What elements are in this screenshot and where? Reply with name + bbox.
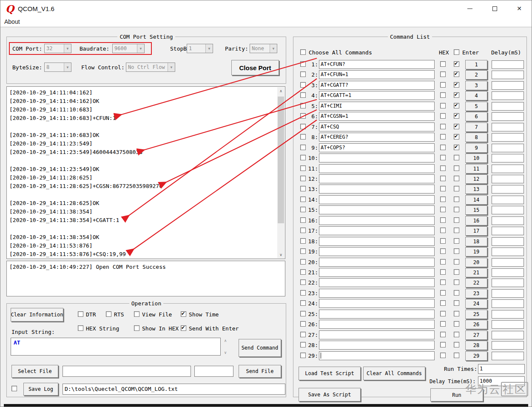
command-delay-input[interactable] <box>492 341 524 350</box>
chevron-down-icon[interactable]: ▼ <box>64 63 71 71</box>
command-number-button[interactable]: 17 <box>465 226 487 236</box>
select-file-button[interactable]: Select File <box>11 365 58 378</box>
command-hex-checkbox[interactable] <box>440 113 446 119</box>
command-hex-checkbox[interactable] <box>440 217 446 223</box>
main-log-scrollbar[interactable]: ∧ ∨ <box>277 87 284 258</box>
command-number-button[interactable]: 16 <box>465 216 487 225</box>
file-progress-field[interactable] <box>194 366 233 377</box>
close-port-button[interactable]: Close Port <box>231 60 279 75</box>
view-file-checkbox[interactable] <box>134 311 139 317</box>
command-number-button[interactable]: 15 <box>465 205 487 215</box>
command-number-button[interactable]: 25 <box>465 310 487 319</box>
command-input[interactable] <box>319 299 435 308</box>
command-enter-checkbox[interactable] <box>454 134 459 139</box>
command-enter-checkbox[interactable] <box>454 186 459 191</box>
command-number-button[interactable]: 26 <box>465 320 487 329</box>
command-enter-checkbox[interactable] <box>454 353 459 358</box>
scroll-up-icon[interactable]: ∧ <box>277 87 284 94</box>
command-delay-input[interactable] <box>492 81 524 90</box>
command-hex-checkbox[interactable] <box>440 165 446 171</box>
parity-select[interactable]: None▼ <box>250 44 277 53</box>
command-number-button[interactable]: 6 <box>465 112 487 121</box>
command-delay-input[interactable] <box>492 123 524 131</box>
command-enter-checkbox[interactable] <box>454 92 459 98</box>
command-input[interactable] <box>319 226 435 235</box>
dtr-checkbox[interactable] <box>78 311 83 317</box>
rts-checkbox[interactable] <box>106 311 111 317</box>
command-input[interactable]: AT+CFUN=1 <box>319 70 435 79</box>
com-port-select[interactable]: 32▼ <box>44 44 71 53</box>
command-input[interactable]: AT+CGATT=1 <box>319 91 435 100</box>
command-hex-checkbox[interactable] <box>440 353 446 358</box>
command-input[interactable] <box>319 205 435 214</box>
command-hex-checkbox[interactable] <box>440 61 446 67</box>
command-input[interactable] <box>319 278 435 287</box>
command-delay-input[interactable] <box>492 331 524 339</box>
command-number-button[interactable]: 29 <box>465 351 487 361</box>
command-hex-checkbox[interactable] <box>440 238 446 244</box>
command-delay-input[interactable] <box>492 248 524 256</box>
command-enter-checkbox[interactable] <box>454 165 459 171</box>
command-delay-input[interactable] <box>492 175 524 183</box>
command-number-button[interactable]: 23 <box>465 289 487 298</box>
command-number-button[interactable]: 5 <box>465 102 487 111</box>
command-enter-checkbox[interactable] <box>454 228 459 233</box>
command-hex-checkbox[interactable] <box>440 279 446 285</box>
command-input[interactable]: AT+CEREG? <box>319 133 435 142</box>
command-number-button[interactable]: 2 <box>465 70 487 80</box>
scroll-up-icon[interactable]: ∧ <box>222 339 229 343</box>
command-input[interactable]: AT+CSQ <box>319 122 435 131</box>
command-hex-checkbox[interactable] <box>440 290 446 296</box>
command-delay-input[interactable] <box>492 227 524 235</box>
command-input[interactable] <box>319 320 435 329</box>
chevron-down-icon[interactable]: ▼ <box>205 44 213 53</box>
command-number-button[interactable]: 18 <box>465 237 487 246</box>
command-enter-checkbox[interactable] <box>454 71 459 77</box>
command-enter-checkbox[interactable] <box>454 113 459 119</box>
command-input[interactable]: AT+COPS? <box>319 143 435 152</box>
send-command-button[interactable]: Send Command <box>239 339 281 357</box>
send-with-enter-checkbox[interactable] <box>181 325 186 331</box>
maximize-button[interactable] <box>482 0 507 17</box>
chevron-down-icon[interactable]: ▼ <box>270 44 277 53</box>
command-enter-checkbox[interactable] <box>454 321 459 327</box>
command-number-button[interactable]: 9 <box>465 143 487 153</box>
command-delay-input[interactable] <box>492 112 524 121</box>
command-number-button[interactable]: 14 <box>465 195 487 205</box>
command-enter-checkbox[interactable] <box>454 217 459 223</box>
command-delay-input[interactable] <box>492 165 524 173</box>
command-enter-checkbox[interactable] <box>454 82 459 88</box>
command-input[interactable] <box>319 341 435 350</box>
command-input[interactable] <box>319 289 435 298</box>
command-hex-checkbox[interactable] <box>440 196 446 202</box>
command-number-button[interactable]: 1 <box>465 60 487 69</box>
chevron-down-icon[interactable]: ▼ <box>168 63 175 71</box>
command-input[interactable]: AT+CGATT? <box>319 81 435 90</box>
input-scroll-buttons[interactable]: ∧ ∨ <box>222 339 229 355</box>
command-input[interactable] <box>319 351 435 360</box>
command-input[interactable] <box>319 216 435 225</box>
log-path-input[interactable]: D:\tools\Quectel_QCOM\QCOM_LOG.txt <box>63 384 285 395</box>
command-enter-checkbox[interactable] <box>454 248 459 254</box>
status-log[interactable]: [2020-10-29_14:10:49:227] Open COM Port … <box>6 261 285 296</box>
command-number-button[interactable]: 20 <box>465 258 487 267</box>
command-delay-input[interactable] <box>492 268 524 277</box>
command-hex-checkbox[interactable] <box>440 259 446 265</box>
command-delay-input[interactable] <box>492 237 524 246</box>
command-delay-input[interactable] <box>492 289 524 298</box>
command-enter-checkbox[interactable] <box>454 332 459 337</box>
command-hex-checkbox[interactable] <box>440 228 446 233</box>
command-enter-checkbox[interactable] <box>454 196 459 202</box>
command-delay-input[interactable] <box>492 154 524 162</box>
command-number-button[interactable]: 12 <box>465 174 487 184</box>
command-enter-checkbox[interactable] <box>454 279 459 285</box>
command-delay-input[interactable] <box>492 185 524 194</box>
command-hex-checkbox[interactable] <box>440 269 446 275</box>
load-test-script-button[interactable]: Load Test Script <box>299 367 361 380</box>
stopbits-select[interactable]: 1▼ <box>187 44 213 53</box>
scrollbar-thumb[interactable] <box>278 97 284 223</box>
command-input[interactable] <box>319 330 435 339</box>
scroll-down-icon[interactable]: ∨ <box>277 251 284 258</box>
hex-string-checkbox[interactable] <box>78 325 83 331</box>
input-string-textarea[interactable]: AT <box>11 338 221 356</box>
